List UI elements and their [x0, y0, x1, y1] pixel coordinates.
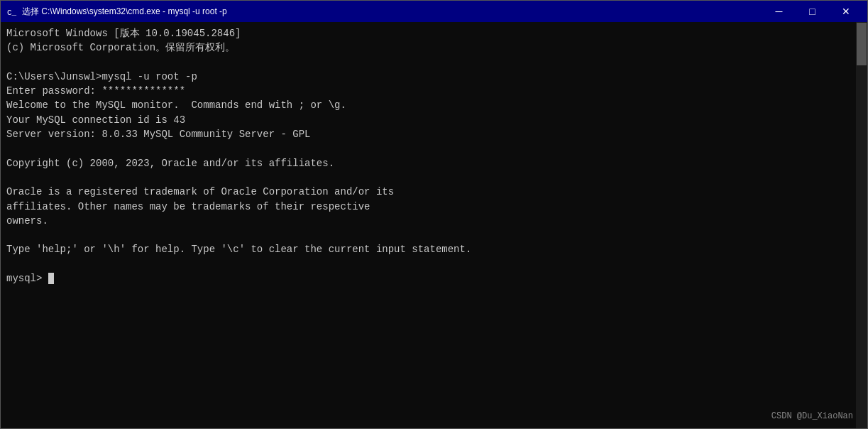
titlebar-left: C_ 选择 C:\Windows\system32\cmd.exe - mysq… [6, 6, 227, 18]
svg-text:C_: C_ [7, 9, 17, 17]
minimize-button[interactable]: ─ [763, 4, 795, 18]
close-button[interactable]: ✕ [830, 4, 862, 18]
maximize-button[interactable]: □ [796, 4, 828, 18]
terminal-body[interactable]: Microsoft Windows [版本 10.0.19045.2846] (… [1, 22, 867, 428]
watermark: CSDN @Du_XiaoNan [771, 411, 853, 423]
window-controls: ─ □ ✕ [763, 4, 862, 18]
titlebar: C_ 选择 C:\Windows\system32\cmd.exe - mysq… [1, 1, 867, 22]
window-title: 选择 C:\Windows\system32\cmd.exe - mysql -… [22, 6, 227, 18]
scrollbar[interactable] [856, 22, 867, 428]
scrollbar-thumb[interactable] [857, 23, 867, 65]
terminal-cursor [48, 273, 54, 284]
cmd-window: C_ 选择 C:\Windows\system32\cmd.exe - mysq… [0, 0, 868, 429]
terminal-output: Microsoft Windows [版本 10.0.19045.2846] (… [6, 26, 862, 286]
cmd-icon: C_ [6, 6, 18, 17]
